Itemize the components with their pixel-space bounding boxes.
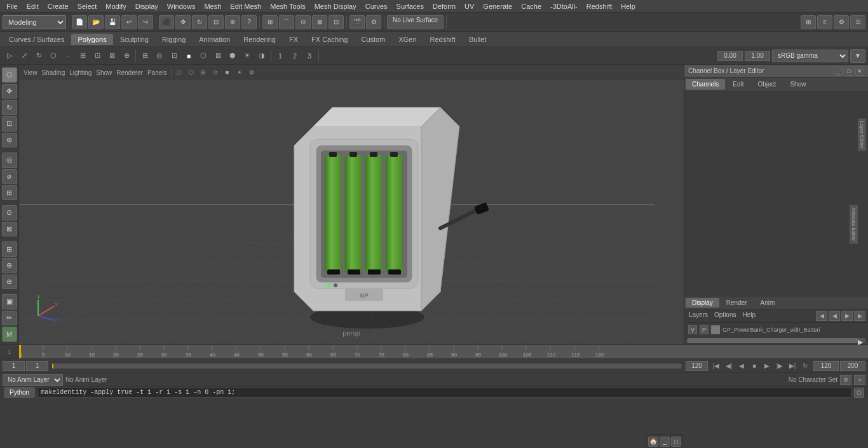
tab-xgen[interactable]: XGen bbox=[392, 34, 423, 45]
attribute-editor-tab[interactable]: Attribute Editor bbox=[850, 205, 858, 243]
menu-display[interactable]: Display bbox=[132, 1, 162, 11]
sym-btn[interactable]: ⊠ bbox=[2, 222, 17, 237]
timeline-range-slider[interactable] bbox=[52, 363, 682, 369]
tab-sculpting[interactable]: Sculpting bbox=[114, 34, 155, 45]
vp-icon-light[interactable]: ☀ bbox=[234, 67, 245, 78]
last-tool[interactable]: ⊕ bbox=[2, 133, 17, 148]
lo-options[interactable]: Options bbox=[712, 311, 738, 321]
anim-end2-input[interactable]: 200 bbox=[840, 361, 865, 371]
tab-animation[interactable]: Animation bbox=[193, 34, 236, 45]
step-back-btn[interactable]: ◀| bbox=[723, 361, 735, 371]
script-editor-btn[interactable]: ⬡ bbox=[854, 388, 864, 398]
menu-3dtool[interactable]: -3DtoAll- bbox=[546, 1, 581, 11]
vp-icon-render[interactable]: ⚙ bbox=[246, 67, 257, 78]
mode-selector[interactable]: Modeling Rigging Animation FX Rendering bbox=[3, 15, 66, 29]
lo-help[interactable]: Help bbox=[740, 311, 757, 321]
move-tool[interactable]: ✥ bbox=[2, 84, 17, 99]
lasso-btn[interactable]: ⌀ bbox=[2, 169, 17, 184]
color-mgmt-btn[interactable]: ▼ bbox=[850, 49, 865, 63]
cb-tab-channels[interactable]: Channels bbox=[686, 79, 725, 90]
resolution-mid-btn[interactable]: 2 bbox=[288, 49, 302, 63]
wireframe-btn[interactable]: ⬡ bbox=[196, 49, 210, 63]
menu-curves[interactable]: Curves bbox=[362, 1, 391, 11]
uv-btn[interactable]: ⊠ bbox=[105, 49, 119, 63]
vp-icon-cam[interactable]: 🎥 bbox=[173, 67, 185, 78]
layer-back-btn[interactable]: ◀ bbox=[829, 311, 840, 321]
save-file-btn[interactable]: 💾 bbox=[105, 15, 120, 29]
tab-custom[interactable]: Custom bbox=[355, 34, 392, 45]
cb-tab-edit[interactable]: Edit bbox=[726, 79, 750, 90]
attr-editor-btn[interactable]: ≡ bbox=[817, 15, 832, 29]
tab-rendering[interactable]: Rendering bbox=[237, 34, 282, 45]
cb-close-btn[interactable]: ✕ bbox=[855, 67, 864, 76]
go-to-start-btn[interactable]: |◀ bbox=[710, 361, 722, 371]
color-space-select[interactable]: sRGB gamma bbox=[772, 50, 848, 62]
render-btn[interactable]: ⚙ bbox=[366, 15, 381, 29]
cb-maximize-btn[interactable]: □ bbox=[844, 67, 853, 76]
tab-polygons[interactable]: Polygons bbox=[71, 34, 112, 45]
edge-btn[interactable]: ⊞ bbox=[76, 49, 90, 63]
layer-end-btn[interactable]: ▶ bbox=[854, 311, 865, 321]
python-command-input[interactable] bbox=[37, 388, 851, 398]
menu-mesh-tools[interactable]: Mesh Tools bbox=[266, 1, 309, 11]
menu-select[interactable]: Select bbox=[74, 1, 101, 11]
menu-cache[interactable]: Cache bbox=[517, 1, 545, 11]
light-btn[interactable]: ☀ bbox=[240, 49, 254, 63]
live-surface-btn[interactable]: No Live Surface bbox=[387, 15, 444, 29]
poly-select-btn[interactable]: ⊕ bbox=[119, 49, 133, 63]
anim-layer-select[interactable]: No Anim Layer bbox=[3, 374, 63, 386]
tab-curves-surfaces[interactable]: Curves / Surfaces bbox=[3, 34, 71, 45]
dra-tab-anim[interactable]: Anim bbox=[754, 298, 782, 308]
dra-tab-display[interactable]: Display bbox=[686, 298, 719, 308]
layer-add-btn[interactable]: ◀ bbox=[816, 311, 827, 321]
shading-menu[interactable]: Shading bbox=[40, 68, 67, 78]
python-tab[interactable]: Python bbox=[4, 387, 35, 398]
paint-select-btn[interactable]: ⊞ bbox=[2, 185, 17, 200]
translate-btn[interactable]: ⤢ bbox=[17, 49, 31, 63]
menu-help[interactable]: Help bbox=[617, 1, 639, 11]
scale-tool[interactable]: ⊡ bbox=[2, 116, 17, 132]
select-tool[interactable]: ⬡ bbox=[2, 67, 17, 83]
viewport[interactable]: View Shading Lighting Show Renderer Pane… bbox=[19, 65, 684, 344]
layer-color-swatch[interactable] bbox=[711, 325, 720, 334]
menu-mesh-display[interactable]: Mesh Display bbox=[311, 1, 360, 11]
tab-fx-caching[interactable]: FX Caching bbox=[305, 34, 354, 45]
resolution-low-btn[interactable]: 1 bbox=[273, 49, 287, 63]
play-backward-btn[interactable]: ◀ bbox=[736, 361, 747, 371]
snap-curve-btn[interactable]: ⌒ bbox=[279, 15, 294, 29]
current-frame-input[interactable]: 1 bbox=[3, 361, 25, 371]
display-btn[interactable]: ▣ bbox=[2, 294, 17, 309]
win-icon-btn[interactable]: 🏠 bbox=[648, 437, 658, 447]
component-btn[interactable]: ⬡ bbox=[46, 49, 60, 63]
face-btn[interactable]: ⊡ bbox=[90, 49, 104, 63]
show-menu[interactable]: Show bbox=[94, 68, 114, 78]
step-forward-btn[interactable]: |▶ bbox=[774, 361, 785, 371]
new-file-btn[interactable]: 📄 bbox=[72, 15, 87, 29]
tool-settings-btn[interactable]: ⚙ bbox=[834, 15, 849, 29]
cb-tab-object[interactable]: Object bbox=[752, 79, 783, 90]
menu-modify[interactable]: Modify bbox=[102, 1, 130, 11]
resolution-high-btn[interactable]: 3 bbox=[302, 49, 316, 63]
snap-view-btn[interactable]: ⊠ bbox=[312, 15, 327, 29]
channel-box-btn[interactable]: ⊞ bbox=[801, 15, 816, 29]
soft-mod-btn[interactable]: ? bbox=[241, 15, 257, 29]
maya-btn[interactable]: M bbox=[2, 327, 17, 342]
cb-tab-show[interactable]: Show bbox=[783, 79, 812, 90]
shadow-btn[interactable]: ◑ bbox=[255, 49, 269, 63]
layer-fwd-btn[interactable]: ▶ bbox=[841, 311, 853, 321]
win-restore-btn[interactable]: □ bbox=[671, 437, 681, 447]
layer-scroll-right[interactable]: ▶ bbox=[858, 338, 865, 343]
snap-grid-btn[interactable]: ⊞ bbox=[262, 15, 278, 29]
layer-visibility-btn[interactable]: V bbox=[688, 325, 697, 334]
menu-deform[interactable]: Deform bbox=[429, 1, 459, 11]
menu-surfaces[interactable]: Surfaces bbox=[393, 1, 428, 11]
char-set-btn1[interactable]: ⚙ bbox=[840, 375, 851, 385]
vp-icon-display[interactable]: ■ bbox=[222, 67, 233, 78]
play-forward-btn[interactable]: ▶ bbox=[761, 361, 773, 371]
snap-surface-btn[interactable]: ⊡ bbox=[329, 15, 344, 29]
soft-select-btn[interactable]: ◎ bbox=[2, 153, 17, 168]
go-to-end-btn[interactable]: ▶| bbox=[787, 361, 798, 371]
menu-windows[interactable]: Windows bbox=[163, 1, 200, 11]
bounding-box-btn[interactable]: ⊠ bbox=[211, 49, 225, 63]
menu-edit[interactable]: Edit bbox=[23, 1, 43, 11]
